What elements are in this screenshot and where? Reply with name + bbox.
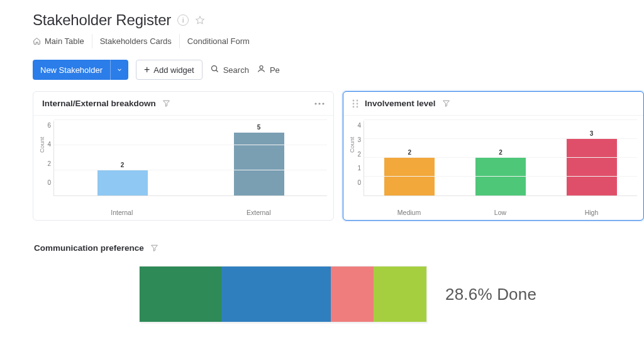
svg-point-9: [357, 99, 358, 101]
svg-point-11: [357, 102, 358, 104]
svg-marker-0: [196, 16, 204, 24]
tab-stakeholders-cards[interactable]: Stakeholders Cards: [92, 34, 180, 48]
stacked-bar: [140, 267, 426, 322]
info-icon[interactable]: i: [177, 14, 189, 26]
view-tabs: Main Table Stakeholders Cards Conditiona…: [33, 34, 644, 48]
widget-title: Internal/External breakdown: [42, 99, 156, 108]
tab-label: Main Table: [45, 36, 84, 46]
svg-line-2: [216, 70, 218, 72]
svg-point-13: [357, 106, 358, 107]
svg-point-1: [211, 66, 216, 71]
done-percent-label: 28.6% Done: [445, 285, 536, 304]
widget-internal-external[interactable]: Internal/External breakdown Count 0246 2…: [33, 91, 334, 221]
stacked-segment: [221, 267, 330, 322]
new-stakeholder-button[interactable]: New Stakeholder: [33, 60, 128, 80]
svg-point-3: [260, 66, 263, 69]
star-icon[interactable]: [195, 15, 205, 25]
search-icon: [210, 64, 219, 75]
stacked-segment: [331, 267, 374, 322]
drag-handle-icon[interactable]: [352, 99, 358, 108]
page-title: Stakeholder Register: [33, 11, 171, 29]
search-button[interactable]: Search: [210, 64, 249, 75]
svg-marker-14: [443, 101, 449, 106]
toolbar: New Stakeholder + Add widget Search Pe: [33, 60, 644, 80]
button-label: Pe: [270, 65, 280, 75]
chevron-down-icon[interactable]: [110, 60, 128, 80]
add-widget-button[interactable]: + Add widget: [136, 60, 203, 80]
tab-main-table[interactable]: Main Table: [33, 34, 92, 48]
button-label: Add widget: [153, 65, 194, 75]
svg-point-12: [353, 106, 355, 107]
widget-involvement-level[interactable]: Involvement level Count 01234 223 Medium…: [343, 91, 644, 221]
filter-icon[interactable]: [162, 99, 170, 107]
plus-icon: +: [144, 65, 150, 75]
tab-conditional-form[interactable]: Conditional Form: [180, 34, 257, 48]
widget-title: Communication preference: [34, 243, 144, 253]
filter-icon[interactable]: [442, 99, 450, 107]
y-axis-label: Count: [348, 137, 355, 153]
x-axis-labels: InternalExternal: [40, 209, 327, 216]
svg-point-6: [318, 102, 320, 104]
x-axis-labels: MediumLowHigh: [350, 209, 637, 216]
person-icon: [257, 64, 266, 75]
widget-title: Involvement level: [365, 99, 436, 108]
bar-chart: Count 0246 25: [40, 121, 327, 207]
more-icon[interactable]: [314, 102, 325, 105]
svg-marker-4: [163, 101, 169, 106]
tab-label: Stakeholders Cards: [100, 36, 172, 46]
button-label: Search: [223, 65, 249, 75]
svg-point-7: [322, 102, 324, 104]
bar-chart: Count 01234 223: [350, 121, 637, 207]
filter-icon[interactable]: [150, 244, 158, 252]
tab-label: Conditional Form: [187, 36, 250, 46]
stacked-segment: [140, 267, 221, 322]
home-icon: [33, 37, 41, 45]
svg-marker-15: [151, 245, 157, 251]
y-axis-label: Count: [38, 137, 45, 153]
stacked-segment: [374, 267, 426, 322]
svg-point-10: [353, 102, 355, 104]
svg-point-8: [353, 99, 355, 101]
person-filter-button[interactable]: Pe: [257, 64, 280, 75]
svg-point-5: [314, 102, 316, 104]
widget-communication-preference[interactable]: Communication preference 28.6% Done: [33, 237, 644, 322]
button-label: New Stakeholder: [33, 65, 110, 75]
